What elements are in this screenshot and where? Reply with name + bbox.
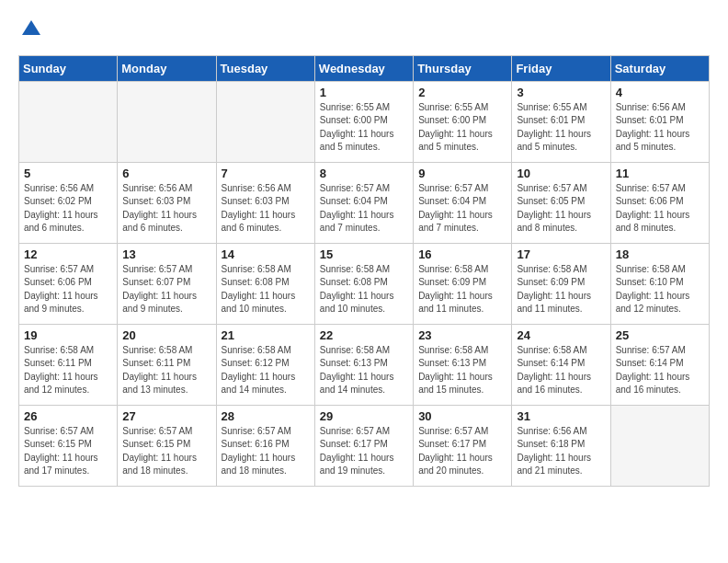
- day-number: 26: [24, 409, 112, 423]
- day-cell: 10Sunrise: 6:57 AM Sunset: 6:05 PM Dayli…: [512, 162, 610, 243]
- day-info: Sunrise: 6:58 AM Sunset: 6:09 PM Dayligh…: [517, 263, 605, 316]
- day-cell: 8Sunrise: 6:57 AM Sunset: 6:04 PM Daylig…: [314, 162, 413, 243]
- day-info: Sunrise: 6:57 AM Sunset: 6:17 PM Dayligh…: [320, 425, 408, 478]
- day-cell: 22Sunrise: 6:58 AM Sunset: 6:13 PM Dayli…: [314, 324, 413, 405]
- day-cell: 9Sunrise: 6:57 AM Sunset: 6:04 PM Daylig…: [414, 162, 512, 243]
- day-cell: 13Sunrise: 6:57 AM Sunset: 6:07 PM Dayli…: [118, 243, 216, 324]
- svg-marker-0: [22, 20, 40, 35]
- week-row-5: 26Sunrise: 6:57 AM Sunset: 6:15 PM Dayli…: [19, 405, 710, 486]
- day-info: Sunrise: 6:55 AM Sunset: 6:01 PM Dayligh…: [517, 101, 605, 155]
- weekday-monday: Monday: [118, 55, 216, 81]
- day-number: 19: [24, 328, 112, 342]
- day-info: Sunrise: 6:57 AM Sunset: 6:16 PM Dayligh…: [222, 425, 310, 478]
- day-number: 24: [517, 328, 605, 342]
- day-cell: 1Sunrise: 6:55 AM Sunset: 6:00 PM Daylig…: [314, 81, 413, 162]
- day-cell: 23Sunrise: 6:58 AM Sunset: 6:13 PM Dayli…: [414, 324, 512, 405]
- calendar-table: SundayMondayTuesdayWednesdayThursdayFrid…: [18, 55, 710, 487]
- day-number: 27: [122, 409, 210, 423]
- day-info: Sunrise: 6:58 AM Sunset: 6:13 PM Dayligh…: [320, 344, 408, 397]
- day-info: Sunrise: 6:57 AM Sunset: 6:06 PM Dayligh…: [616, 182, 704, 236]
- day-info: Sunrise: 6:58 AM Sunset: 6:08 PM Dayligh…: [320, 263, 408, 316]
- weekday-friday: Friday: [512, 55, 610, 81]
- day-info: Sunrise: 6:57 AM Sunset: 6:07 PM Dayligh…: [122, 263, 210, 316]
- day-cell: 15Sunrise: 6:58 AM Sunset: 6:08 PM Dayli…: [314, 243, 413, 324]
- day-info: Sunrise: 6:58 AM Sunset: 6:08 PM Dayligh…: [222, 263, 310, 316]
- day-cell: 30Sunrise: 6:57 AM Sunset: 6:17 PM Dayli…: [414, 405, 512, 486]
- day-info: Sunrise: 6:56 AM Sunset: 6:03 PM Dayligh…: [122, 182, 210, 236]
- day-cell: 2Sunrise: 6:55 AM Sunset: 6:00 PM Daylig…: [414, 81, 512, 162]
- day-number: 4: [616, 86, 704, 99]
- day-cell: [610, 405, 709, 486]
- day-info: Sunrise: 6:57 AM Sunset: 6:04 PM Dayligh…: [320, 182, 408, 236]
- day-number: 10: [517, 167, 605, 180]
- day-number: 29: [320, 409, 408, 423]
- week-row-1: 1Sunrise: 6:55 AM Sunset: 6:00 PM Daylig…: [19, 81, 710, 162]
- day-info: Sunrise: 6:56 AM Sunset: 6:02 PM Dayligh…: [24, 182, 112, 236]
- day-number: 22: [320, 328, 408, 342]
- day-info: Sunrise: 6:55 AM Sunset: 6:00 PM Dayligh…: [418, 101, 506, 155]
- day-cell: 5Sunrise: 6:56 AM Sunset: 6:02 PM Daylig…: [19, 162, 118, 243]
- day-cell: 12Sunrise: 6:57 AM Sunset: 6:06 PM Dayli…: [19, 243, 118, 324]
- day-cell: 14Sunrise: 6:58 AM Sunset: 6:08 PM Dayli…: [216, 243, 314, 324]
- day-cell: [216, 81, 314, 162]
- day-cell: 4Sunrise: 6:56 AM Sunset: 6:01 PM Daylig…: [610, 81, 709, 162]
- day-number: 25: [616, 328, 704, 342]
- day-number: 13: [122, 247, 210, 261]
- day-info: Sunrise: 6:58 AM Sunset: 6:09 PM Dayligh…: [418, 263, 506, 316]
- day-info: Sunrise: 6:58 AM Sunset: 6:13 PM Dayligh…: [418, 344, 506, 397]
- day-number: 23: [418, 328, 506, 342]
- week-row-2: 5Sunrise: 6:56 AM Sunset: 6:02 PM Daylig…: [19, 162, 710, 243]
- day-info: Sunrise: 6:57 AM Sunset: 6:14 PM Dayligh…: [616, 344, 704, 397]
- day-number: 18: [616, 247, 704, 261]
- day-info: Sunrise: 6:56 AM Sunset: 6:18 PM Dayligh…: [517, 425, 605, 478]
- logo-icon: [20, 18, 42, 40]
- day-info: Sunrise: 6:58 AM Sunset: 6:11 PM Dayligh…: [24, 344, 112, 397]
- day-number: 31: [517, 409, 605, 423]
- day-info: Sunrise: 6:57 AM Sunset: 6:05 PM Dayligh…: [517, 182, 605, 236]
- week-row-4: 19Sunrise: 6:58 AM Sunset: 6:11 PM Dayli…: [19, 324, 710, 405]
- day-cell: 31Sunrise: 6:56 AM Sunset: 6:18 PM Dayli…: [512, 405, 610, 486]
- day-info: Sunrise: 6:58 AM Sunset: 6:12 PM Dayligh…: [222, 344, 310, 397]
- day-number: 14: [222, 247, 310, 261]
- weekday-saturday: Saturday: [610, 55, 709, 81]
- weekday-header-row: SundayMondayTuesdayWednesdayThursdayFrid…: [19, 55, 710, 81]
- day-number: 5: [24, 167, 112, 180]
- day-number: 3: [517, 86, 605, 99]
- day-number: 30: [418, 409, 506, 423]
- day-info: Sunrise: 6:56 AM Sunset: 6:01 PM Dayligh…: [616, 101, 704, 155]
- day-number: 12: [24, 247, 112, 261]
- day-cell: 25Sunrise: 6:57 AM Sunset: 6:14 PM Dayli…: [610, 324, 709, 405]
- day-cell: 20Sunrise: 6:58 AM Sunset: 6:11 PM Dayli…: [118, 324, 216, 405]
- weekday-wednesday: Wednesday: [314, 55, 413, 81]
- day-info: Sunrise: 6:58 AM Sunset: 6:10 PM Dayligh…: [616, 263, 704, 316]
- day-number: 7: [222, 167, 310, 180]
- day-number: 20: [122, 328, 210, 342]
- day-cell: 26Sunrise: 6:57 AM Sunset: 6:15 PM Dayli…: [19, 405, 118, 486]
- day-cell: 24Sunrise: 6:58 AM Sunset: 6:14 PM Dayli…: [512, 324, 610, 405]
- day-number: 11: [616, 167, 704, 180]
- day-number: 17: [517, 247, 605, 261]
- day-cell: 16Sunrise: 6:58 AM Sunset: 6:09 PM Dayli…: [414, 243, 512, 324]
- week-row-3: 12Sunrise: 6:57 AM Sunset: 6:06 PM Dayli…: [19, 243, 710, 324]
- day-cell: 17Sunrise: 6:58 AM Sunset: 6:09 PM Dayli…: [512, 243, 610, 324]
- day-number: 8: [320, 167, 408, 180]
- day-cell: 28Sunrise: 6:57 AM Sunset: 6:16 PM Dayli…: [216, 405, 314, 486]
- day-cell: 21Sunrise: 6:58 AM Sunset: 6:12 PM Dayli…: [216, 324, 314, 405]
- day-cell: [19, 81, 118, 162]
- day-info: Sunrise: 6:57 AM Sunset: 6:04 PM Dayligh…: [418, 182, 506, 236]
- day-info: Sunrise: 6:57 AM Sunset: 6:15 PM Dayligh…: [24, 425, 112, 478]
- day-cell: 19Sunrise: 6:58 AM Sunset: 6:11 PM Dayli…: [19, 324, 118, 405]
- weekday-sunday: Sunday: [19, 55, 118, 81]
- day-number: 28: [222, 409, 310, 423]
- calendar-body: 1Sunrise: 6:55 AM Sunset: 6:00 PM Daylig…: [19, 81, 710, 486]
- day-number: 21: [222, 328, 310, 342]
- day-number: 1: [320, 86, 408, 99]
- day-cell: 3Sunrise: 6:55 AM Sunset: 6:01 PM Daylig…: [512, 81, 610, 162]
- day-number: 15: [320, 247, 408, 261]
- day-number: 16: [418, 247, 506, 261]
- day-info: Sunrise: 6:58 AM Sunset: 6:11 PM Dayligh…: [122, 344, 210, 397]
- day-cell: 27Sunrise: 6:57 AM Sunset: 6:15 PM Dayli…: [118, 405, 216, 486]
- day-number: 2: [418, 86, 506, 99]
- day-info: Sunrise: 6:55 AM Sunset: 6:00 PM Dayligh…: [320, 101, 408, 155]
- day-info: Sunrise: 6:56 AM Sunset: 6:03 PM Dayligh…: [222, 182, 310, 236]
